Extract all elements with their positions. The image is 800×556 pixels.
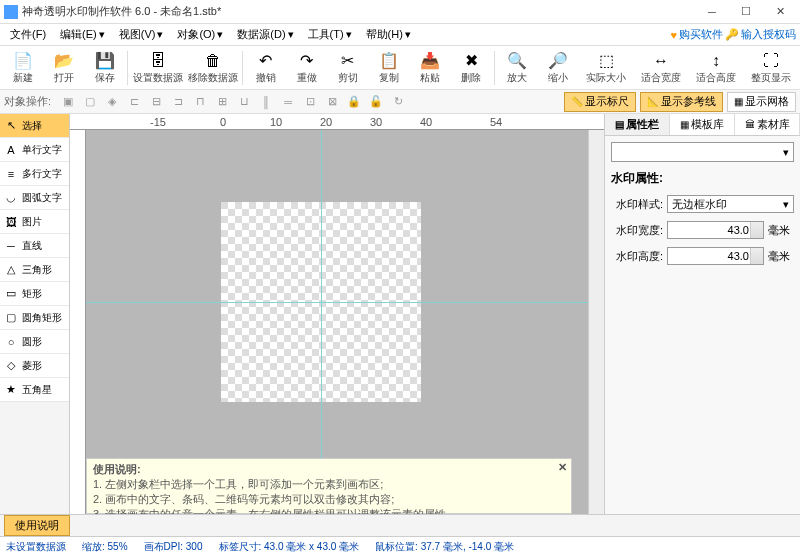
canvas[interactable]: ✕ 使用说明: 1. 左侧对象栏中选择一个工具，即可添加一个元素到画布区; 2.…: [86, 130, 588, 514]
height-label: 水印高度:: [611, 249, 663, 264]
tool-line[interactable]: ─直线: [0, 234, 69, 258]
align-bottom-icon[interactable]: ⊔: [235, 93, 253, 111]
unlock-icon[interactable]: 🔓: [367, 93, 385, 111]
menu-tools[interactable]: 工具(T)▾: [302, 25, 358, 44]
license-link[interactable]: 🔑输入授权码: [725, 27, 796, 42]
cut-icon: ✂: [338, 51, 358, 71]
triangle-icon: △: [4, 263, 18, 277]
new-button[interactable]: 📄新建: [4, 48, 41, 88]
guide-horizontal[interactable]: [86, 302, 588, 303]
menu-help[interactable]: 帮助(H)▾: [360, 25, 417, 44]
buy-link[interactable]: ♥购买软件: [670, 27, 723, 42]
fith-icon: ↕: [706, 51, 726, 71]
tab-templates[interactable]: ▦模板库: [670, 114, 735, 135]
menu-view[interactable]: 视图(V)▾: [113, 25, 170, 44]
fit-width-button[interactable]: ↔适合宽度: [636, 48, 687, 88]
zoomout-button[interactable]: 🔎缩小: [540, 48, 577, 88]
align-right-icon[interactable]: ⊐: [169, 93, 187, 111]
save-button[interactable]: 💾保存: [86, 48, 123, 88]
fit-height-button[interactable]: ↕适合高度: [691, 48, 742, 88]
maximize-button[interactable]: ☐: [730, 2, 762, 22]
refresh-icon[interactable]: ↻: [389, 93, 407, 111]
tool-select[interactable]: ↖选择: [0, 114, 69, 138]
group-icon[interactable]: ⊡: [301, 93, 319, 111]
tool-arc-text[interactable]: ◡圆弧文字: [0, 186, 69, 210]
minimize-button[interactable]: ─: [696, 2, 728, 22]
menu-edit[interactable]: 编辑(E)▾: [54, 25, 111, 44]
database-remove-icon: 🗑: [203, 51, 223, 71]
menu-object[interactable]: 对象(O)▾: [171, 25, 229, 44]
align-top-icon[interactable]: ⊓: [191, 93, 209, 111]
help-panel: ✕ 使用说明: 1. 左侧对象栏中选择一个工具，即可添加一个元素到画布区; 2.…: [86, 458, 572, 514]
multitext-icon: ≡: [4, 167, 18, 181]
tool-single-text[interactable]: A单行文字: [0, 138, 69, 162]
tool-roundrect[interactable]: ▢圆角矩形: [0, 306, 69, 330]
scrollbar-vertical[interactable]: [588, 130, 604, 514]
width-label: 水印宽度:: [611, 223, 663, 238]
roundrect-icon: ▢: [4, 311, 18, 325]
ungroup-icon[interactable]: ⊠: [323, 93, 341, 111]
toggle-grid[interactable]: ▦显示网格: [727, 92, 796, 112]
save-icon: 💾: [95, 51, 115, 71]
tool-image[interactable]: 🖼图片: [0, 210, 69, 234]
app-icon: [4, 5, 18, 19]
status-size: 标签尺寸: 43.0 毫米 x 43.0 毫米: [219, 540, 360, 554]
tool-multi-text[interactable]: ≡多行文字: [0, 162, 69, 186]
tool-diamond[interactable]: ◇菱形: [0, 354, 69, 378]
distribute-v-icon[interactable]: ═: [279, 93, 297, 111]
undo-icon: ↶: [256, 51, 276, 71]
menu-datasource[interactable]: 数据源(D)▾: [231, 25, 299, 44]
arctext-icon: ◡: [4, 191, 18, 205]
fitw-icon: ↔: [651, 51, 671, 71]
bottom-tab-help[interactable]: 使用说明: [4, 515, 70, 536]
datasource-setup-button[interactable]: 🗄设置数据源: [132, 48, 183, 88]
circle-icon: ○: [4, 335, 18, 349]
send-back-icon[interactable]: ▢: [81, 93, 99, 111]
datasource-remove-button[interactable]: 🗑移除数据源: [187, 48, 238, 88]
copy-button[interactable]: 📋复制: [370, 48, 407, 88]
align-center-icon[interactable]: ⊟: [147, 93, 165, 111]
status-mouse: 鼠标位置: 37.7 毫米, -14.0 毫米: [375, 540, 514, 554]
style-label: 水印样式:: [611, 197, 663, 212]
width-unit: 毫米: [768, 223, 794, 238]
pointer-icon: ↖: [4, 119, 18, 133]
toggle-guides[interactable]: 📐显示参考线: [640, 92, 723, 112]
tab-assets[interactable]: 🏛素材库: [735, 114, 800, 135]
redo-button[interactable]: ↷重做: [288, 48, 325, 88]
delete-button[interactable]: ✖删除: [453, 48, 490, 88]
help-close-button[interactable]: ✕: [558, 461, 567, 474]
layer-icon[interactable]: ◈: [103, 93, 121, 111]
tab-properties[interactable]: ▤属性栏: [605, 114, 670, 135]
align-middle-icon[interactable]: ⊞: [213, 93, 231, 111]
tool-triangle[interactable]: △三角形: [0, 258, 69, 282]
element-selector[interactable]: ▾: [611, 142, 794, 162]
style-select[interactable]: 无边框水印▾: [667, 195, 794, 213]
fit-page-button[interactable]: ⛶整页显示: [745, 48, 796, 88]
fitpage-icon: ⛶: [761, 51, 781, 71]
zoomin-button[interactable]: 🔍放大: [499, 48, 536, 88]
paste-button[interactable]: 📥粘贴: [411, 48, 448, 88]
guide-vertical[interactable]: [321, 130, 322, 514]
actual-size-button[interactable]: ⬚实际大小: [581, 48, 632, 88]
tool-rect[interactable]: ▭矩形: [0, 282, 69, 306]
height-input[interactable]: 43.0: [667, 247, 764, 265]
status-datasource: 未设置数据源: [6, 540, 66, 554]
toggle-ruler[interactable]: 📏显示标尺: [564, 92, 636, 112]
distribute-h-icon[interactable]: ║: [257, 93, 275, 111]
lock-icon[interactable]: 🔒: [345, 93, 363, 111]
undo-button[interactable]: ↶撤销: [247, 48, 284, 88]
align-left-icon[interactable]: ⊏: [125, 93, 143, 111]
bring-front-icon[interactable]: ▣: [59, 93, 77, 111]
height-unit: 毫米: [768, 249, 794, 264]
status-zoom: 缩放: 55%: [82, 540, 128, 554]
cut-button[interactable]: ✂剪切: [329, 48, 366, 88]
star-icon: ★: [4, 383, 18, 397]
open-button[interactable]: 📂打开: [45, 48, 82, 88]
width-input[interactable]: 43.0: [667, 221, 764, 239]
close-button[interactable]: ✕: [764, 2, 796, 22]
folder-icon: 📂: [54, 51, 74, 71]
tool-star[interactable]: ★五角星: [0, 378, 69, 402]
window-title: 神奇透明水印制作软件 6.0 - 未命名1.stb*: [22, 4, 696, 19]
menu-file[interactable]: 文件(F): [4, 25, 52, 44]
tool-circle[interactable]: ○圆形: [0, 330, 69, 354]
